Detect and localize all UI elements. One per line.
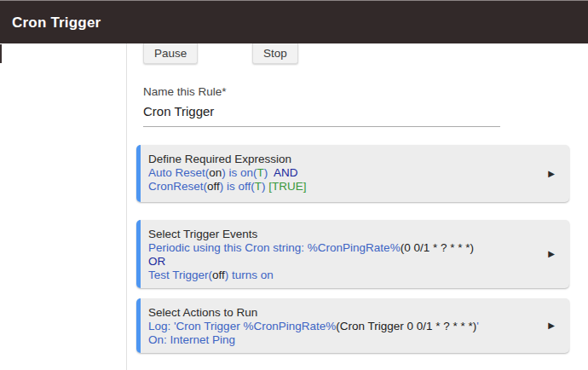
- expression-line: OR: [148, 255, 532, 269]
- card-required-expression[interactable]: Define Required Expression Auto Reset(on…: [136, 145, 569, 202]
- expression-line: Periodic using this Cron string: %CronPi…: [148, 241, 532, 255]
- card-actions-to-run[interactable]: Select Actions to Run Log: 'Cron Trigger…: [136, 298, 569, 353]
- pause-button[interactable]: Pause: [143, 43, 198, 64]
- card-lines: Auto Reset(on) is on(T) ANDCronReset(off…: [148, 166, 532, 194]
- card-lines: Log: 'Cron Trigger %CronPingRate%(Cron T…: [148, 320, 532, 347]
- expand-arrow-icon[interactable]: ▶: [548, 321, 555, 330]
- rule-name-field: Name this Rule*: [143, 85, 500, 127]
- expression-line: Auto Reset(on) is on(T) AND: [148, 166, 532, 180]
- card-accent-bar: [136, 145, 141, 202]
- card-title: Select Trigger Events: [148, 228, 532, 241]
- expression-line: On: Internet Ping: [148, 333, 532, 347]
- rule-name-label: Name this Rule*: [143, 85, 500, 98]
- card-title: Define Required Expression: [148, 153, 532, 166]
- expand-arrow-icon[interactable]: ▶: [548, 250, 555, 258]
- rule-name-input[interactable]: [143, 101, 500, 127]
- page-title: Cron Trigger: [0, 1, 588, 32]
- card-accent-bar: [136, 220, 141, 288]
- expand-arrow-icon[interactable]: ▶: [548, 170, 555, 178]
- sidebar-divider: [126, 43, 127, 370]
- scrollbar-remnant: [0, 44, 2, 63]
- expression-line: Test Trigger(off) turns on: [148, 269, 532, 282]
- card-title: Select Actions to Run: [148, 306, 532, 320]
- expression-line: Log: 'Cron Trigger %CronPingRate%(Cron T…: [148, 320, 532, 333]
- expression-line: CronReset(off) is off(T) [TRUE]: [148, 180, 532, 194]
- card-accent-bar: [136, 298, 141, 353]
- stop-button[interactable]: Stop: [252, 43, 298, 64]
- app-header: Cron Trigger: [0, 0, 588, 43]
- card-trigger-events[interactable]: Select Trigger Events Periodic using thi…: [136, 220, 569, 288]
- card-lines: Periodic using this Cron string: %CronPi…: [148, 241, 532, 282]
